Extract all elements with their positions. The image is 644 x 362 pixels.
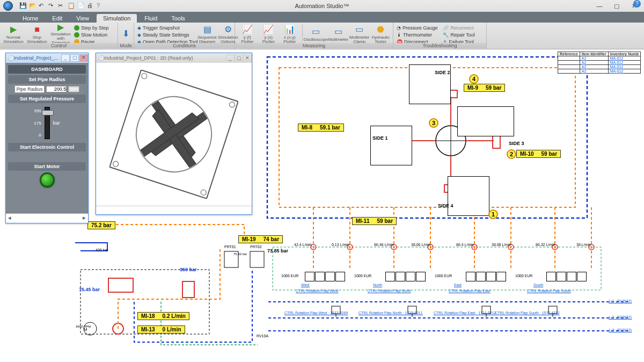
yxt-plotter-button[interactable]: 📈y (x) Plotter (259, 24, 279, 44)
view-max-button[interactable]: ▢ (235, 55, 243, 61)
quick-access-toolbar[interactable]: 💾 📂 ↶ ↷ ✂ 📋 📄 🖨 ? (0, 2, 104, 10)
component-side4[interactable] (448, 176, 489, 216)
dash-scroll-left[interactable]: ◂ (6, 214, 13, 221)
valve-block-north[interactable] (385, 272, 426, 281)
port-r1[interactable]: 1-1 · R1(5/32) (609, 299, 632, 303)
ribbon-group-troubleshooting: ◔Pressure Gauge 🌡Thermometer ⛔Disconnect… (393, 23, 487, 49)
qa-paste-icon[interactable]: 📄 (77, 2, 85, 10)
workspace[interactable]: M SIDE 1 SIDE 2 SIDE 3 SIDE 4 4 3 2 1 MI… (0, 49, 644, 362)
link-south[interactable]: South (533, 283, 543, 287)
hydraulic-tester-button[interactable]: ⬣Hydraulic Tester (370, 24, 391, 44)
link-ctrl-s[interactable]: CTRL Rotation Flap South (527, 289, 571, 293)
qa-redo-icon[interactable]: ↷ (48, 2, 56, 10)
node-1[interactable]: 1 (488, 209, 498, 219)
tab-fluid[interactable]: Fluid (138, 14, 164, 23)
link-north[interactable]: North (373, 283, 382, 287)
dash-scroll-right[interactable]: ▸ (80, 214, 88, 221)
ribbon-tabs: Home Edit View Simulation Fluid Tools ? (0, 12, 644, 23)
start-motor-button[interactable] (40, 172, 55, 187)
multimeter-clamp-button[interactable]: ▭Multimeter Clamp (349, 24, 370, 44)
port-r2[interactable]: 1-2 · R2(5/32) (609, 315, 632, 319)
node-4[interactable]: 4 (469, 74, 479, 84)
step-by-step-button[interactable]: Step by Step (74, 25, 109, 31)
oscilloscope-button[interactable]: ▭Oscilloscope (304, 24, 327, 44)
viewer-canvas[interactable] (96, 63, 252, 206)
readout-350: 350 bar (180, 267, 197, 272)
qa-undo-icon[interactable]: ↶ (39, 2, 46, 10)
minimize-button[interactable]: — (591, 1, 608, 11)
multimeter-button[interactable]: ▭Multimeter (328, 24, 348, 44)
link-ctrl-w[interactable]: CTRL Rotation Flap West (296, 289, 338, 293)
link-ctrl-n[interactable]: CTRL Rotation Flap North (368, 289, 411, 293)
dashboard-window[interactable]: 🕘 Industrial_Project_... _▢✕ DASHBOARD S… (5, 53, 89, 223)
readout-mi10: MI-1059 bar (516, 150, 561, 158)
readout-mi8: MI-859.1 bar (298, 124, 344, 132)
pressure-gauge-button[interactable]: ◔Pressure Gauge (397, 25, 440, 31)
dash-close-button[interactable]: ✕ (79, 54, 88, 62)
maximize-button[interactable]: ▢ (609, 1, 625, 11)
svg-rect-13 (493, 135, 500, 148)
node-2[interactable]: 2 (507, 149, 516, 159)
qa-open-icon[interactable]: 📂 (29, 2, 36, 10)
qa-help-icon[interactable]: ? (97, 2, 104, 10)
trigger-snapshot-button[interactable]: ◆Trigger Snapshot (137, 25, 195, 31)
tab-tools[interactable]: Tools (165, 14, 192, 23)
qa-copy-icon[interactable]: 📋 (68, 2, 75, 10)
qa-cut-icon[interactable]: ✂ (58, 2, 65, 10)
svg-rect-30 (108, 278, 133, 292)
tab-edit[interactable]: Edit (46, 14, 69, 23)
pressure-slider[interactable] (45, 107, 50, 139)
radius-input[interactable] (46, 86, 67, 92)
tab-view[interactable]: View (70, 14, 96, 23)
stop-simulation-button[interactable]: ■Stop Simulation (26, 24, 48, 44)
link-ctrl-e[interactable]: CTRL Rotation Flap East (449, 289, 491, 293)
yft-plotter-button[interactable]: 📈y (f) Plotter (237, 24, 258, 44)
viewer-window[interactable]: 🕘 Industrial_Project_DP01 : 2D (Read-onl… (96, 53, 252, 215)
sequence-diagram-button[interactable]: ▤Sequence Diagram (197, 24, 217, 44)
steady-state-button[interactable]: ◆Steady State Settings (137, 32, 195, 38)
link-west[interactable]: West (301, 283, 310, 287)
zxy-plotter-button[interactable]: 📊z (x,y) Plotter (280, 24, 300, 44)
dashboard-titlebar[interactable]: 🕘 Industrial_Project_... _▢✕ (6, 53, 88, 63)
qa-save-icon[interactable]: 💾 (19, 2, 27, 10)
help-icon[interactable]: ? (633, 0, 641, 8)
svg-rect-48 (548, 306, 557, 314)
reconnect-button[interactable]: 🔗Reconnect (443, 25, 483, 31)
viewer-titlebar[interactable]: 🕘 Industrial_Project_DP01 : 2D (Read-onl… (96, 53, 252, 63)
readout-mi13: MI-130 L/min (137, 325, 185, 334)
mode-button[interactable]: ⬇ (120, 24, 131, 44)
link-east[interactable]: East (454, 283, 462, 287)
set-radius-heading: Set Pipe Radius (8, 75, 86, 84)
slow-motion-button[interactable]: Slow Motion (74, 32, 109, 38)
tab-simulation[interactable]: Simulation (97, 14, 137, 23)
readout-mi11: MI-1159 bar (352, 217, 397, 225)
view-min-button[interactable]: _ (226, 55, 235, 61)
simulation-snapshot-button[interactable]: ▶Simulation with Snapshot (49, 24, 72, 44)
svg-rect-33 (250, 251, 264, 267)
normal-simulation-button[interactable]: ▶Normal Simulation (2, 24, 25, 44)
view-close-button[interactable]: ✕ (243, 55, 252, 61)
svg-rect-44 (408, 306, 416, 314)
dash-max-button[interactable]: ▢ (70, 54, 79, 62)
label-eur-2: 1000 EUR (354, 274, 371, 278)
qa-print-icon[interactable]: 🖨 (87, 2, 94, 10)
set-pressure-heading: Set Regulated Pressure (8, 95, 86, 103)
label-rpm: 3400 RPM (76, 325, 91, 328)
component-side1[interactable] (370, 126, 412, 165)
component-side3[interactable] (457, 106, 514, 136)
tab-home[interactable]: Home (16, 14, 45, 23)
valve-block-west[interactable] (305, 272, 345, 281)
thermometer-button[interactable]: 🌡Thermometer (397, 32, 440, 38)
port-r3[interactable]: 1-3 · R3(5/32) (609, 328, 632, 332)
readout-mi19: MI-1974 bar (238, 235, 283, 243)
label-eur-4: 1000 EUR (515, 274, 532, 278)
app-title: Automation Studio™ (295, 3, 349, 9)
reference-table[interactable]: ReferenceItem IdentifierInventory Numb A… (558, 52, 641, 74)
valve-block-south[interactable] (546, 272, 587, 281)
node-3[interactable]: 3 (429, 118, 438, 128)
valve-block-east[interactable] (466, 272, 506, 281)
pressure-scale: 3501750 (34, 108, 41, 137)
ribbon-group-conditions: ◆Trigger Snapshot ◆Steady State Settings… (134, 23, 235, 49)
dash-min-button[interactable]: _ (61, 54, 70, 62)
repair-tool-button[interactable]: 🔧Repair Tool (443, 32, 483, 38)
